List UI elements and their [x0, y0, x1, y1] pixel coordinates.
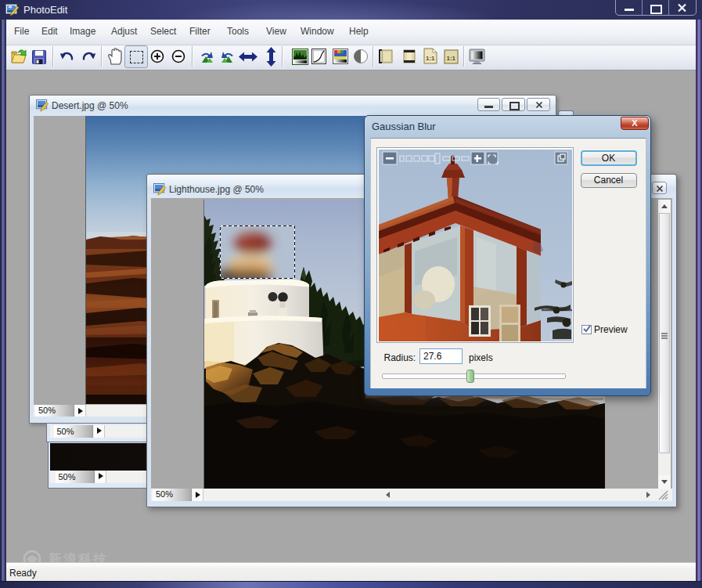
svg-text:1:1: 1:1 [426, 55, 435, 62]
svg-text:1:1: 1:1 [447, 55, 456, 62]
